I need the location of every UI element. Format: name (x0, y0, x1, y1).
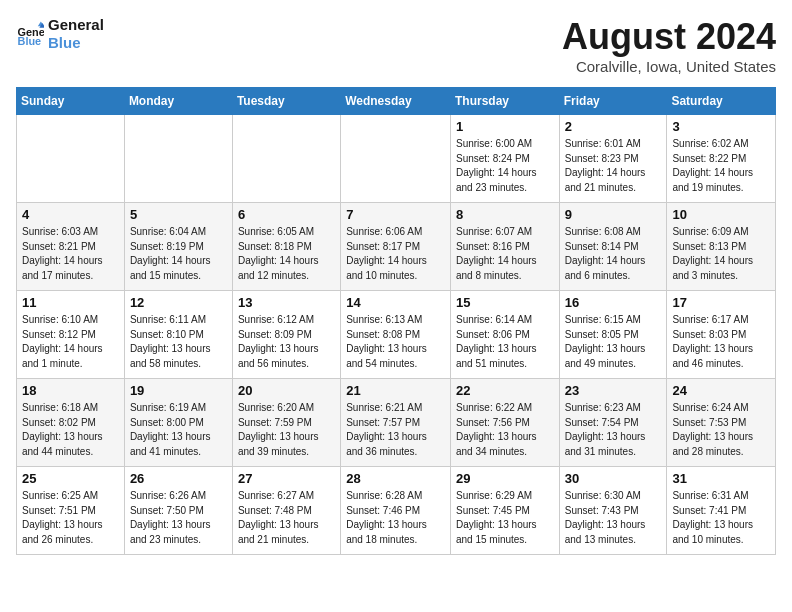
logo-icon: General Blue (16, 20, 44, 48)
day-number: 17 (672, 295, 770, 310)
calendar-cell: 11Sunrise: 6:10 AM Sunset: 8:12 PM Dayli… (17, 291, 125, 379)
title-section: August 2024 Coralville, Iowa, United Sta… (562, 16, 776, 75)
day-number: 22 (456, 383, 554, 398)
calendar-cell: 13Sunrise: 6:12 AM Sunset: 8:09 PM Dayli… (232, 291, 340, 379)
day-number: 24 (672, 383, 770, 398)
weekday-header: Thursday (450, 88, 559, 115)
calendar-cell: 8Sunrise: 6:07 AM Sunset: 8:16 PM Daylig… (450, 203, 559, 291)
calendar-cell: 29Sunrise: 6:29 AM Sunset: 7:45 PM Dayli… (450, 467, 559, 555)
day-number: 18 (22, 383, 119, 398)
day-number: 20 (238, 383, 335, 398)
day-number: 25 (22, 471, 119, 486)
calendar-cell: 18Sunrise: 6:18 AM Sunset: 8:02 PM Dayli… (17, 379, 125, 467)
calendar-cell: 16Sunrise: 6:15 AM Sunset: 8:05 PM Dayli… (559, 291, 667, 379)
calendar-cell: 27Sunrise: 6:27 AM Sunset: 7:48 PM Dayli… (232, 467, 340, 555)
day-number: 28 (346, 471, 445, 486)
day-info: Sunrise: 6:14 AM Sunset: 8:06 PM Dayligh… (456, 313, 554, 371)
calendar-cell: 20Sunrise: 6:20 AM Sunset: 7:59 PM Dayli… (232, 379, 340, 467)
day-info: Sunrise: 6:15 AM Sunset: 8:05 PM Dayligh… (565, 313, 662, 371)
day-number: 11 (22, 295, 119, 310)
day-number: 2 (565, 119, 662, 134)
day-info: Sunrise: 6:08 AM Sunset: 8:14 PM Dayligh… (565, 225, 662, 283)
day-info: Sunrise: 6:02 AM Sunset: 8:22 PM Dayligh… (672, 137, 770, 195)
day-number: 5 (130, 207, 227, 222)
calendar-cell: 7Sunrise: 6:06 AM Sunset: 8:17 PM Daylig… (341, 203, 451, 291)
day-info: Sunrise: 6:20 AM Sunset: 7:59 PM Dayligh… (238, 401, 335, 459)
calendar-week-row: 25Sunrise: 6:25 AM Sunset: 7:51 PM Dayli… (17, 467, 776, 555)
calendar-cell: 24Sunrise: 6:24 AM Sunset: 7:53 PM Dayli… (667, 379, 776, 467)
day-info: Sunrise: 6:12 AM Sunset: 8:09 PM Dayligh… (238, 313, 335, 371)
day-info: Sunrise: 6:05 AM Sunset: 8:18 PM Dayligh… (238, 225, 335, 283)
day-number: 16 (565, 295, 662, 310)
day-number: 12 (130, 295, 227, 310)
calendar-cell: 30Sunrise: 6:30 AM Sunset: 7:43 PM Dayli… (559, 467, 667, 555)
day-info: Sunrise: 6:25 AM Sunset: 7:51 PM Dayligh… (22, 489, 119, 547)
day-info: Sunrise: 6:28 AM Sunset: 7:46 PM Dayligh… (346, 489, 445, 547)
calendar-cell: 10Sunrise: 6:09 AM Sunset: 8:13 PM Dayli… (667, 203, 776, 291)
location: Coralville, Iowa, United States (562, 58, 776, 75)
calendar-cell (124, 115, 232, 203)
day-number: 9 (565, 207, 662, 222)
day-info: Sunrise: 6:22 AM Sunset: 7:56 PM Dayligh… (456, 401, 554, 459)
day-info: Sunrise: 6:24 AM Sunset: 7:53 PM Dayligh… (672, 401, 770, 459)
calendar-cell: 6Sunrise: 6:05 AM Sunset: 8:18 PM Daylig… (232, 203, 340, 291)
calendar-cell: 28Sunrise: 6:28 AM Sunset: 7:46 PM Dayli… (341, 467, 451, 555)
day-info: Sunrise: 6:23 AM Sunset: 7:54 PM Dayligh… (565, 401, 662, 459)
weekday-header: Friday (559, 88, 667, 115)
weekday-header: Tuesday (232, 88, 340, 115)
day-info: Sunrise: 6:10 AM Sunset: 8:12 PM Dayligh… (22, 313, 119, 371)
day-number: 13 (238, 295, 335, 310)
calendar-cell: 5Sunrise: 6:04 AM Sunset: 8:19 PM Daylig… (124, 203, 232, 291)
day-info: Sunrise: 6:04 AM Sunset: 8:19 PM Dayligh… (130, 225, 227, 283)
calendar-cell: 14Sunrise: 6:13 AM Sunset: 8:08 PM Dayli… (341, 291, 451, 379)
day-number: 19 (130, 383, 227, 398)
day-info: Sunrise: 6:30 AM Sunset: 7:43 PM Dayligh… (565, 489, 662, 547)
calendar-cell: 26Sunrise: 6:26 AM Sunset: 7:50 PM Dayli… (124, 467, 232, 555)
calendar-header-row: SundayMondayTuesdayWednesdayThursdayFrid… (17, 88, 776, 115)
calendar-cell: 17Sunrise: 6:17 AM Sunset: 8:03 PM Dayli… (667, 291, 776, 379)
calendar-cell: 1Sunrise: 6:00 AM Sunset: 8:24 PM Daylig… (450, 115, 559, 203)
calendar-cell: 9Sunrise: 6:08 AM Sunset: 8:14 PM Daylig… (559, 203, 667, 291)
day-info: Sunrise: 6:03 AM Sunset: 8:21 PM Dayligh… (22, 225, 119, 283)
day-number: 27 (238, 471, 335, 486)
day-info: Sunrise: 6:00 AM Sunset: 8:24 PM Dayligh… (456, 137, 554, 195)
calendar-week-row: 18Sunrise: 6:18 AM Sunset: 8:02 PM Dayli… (17, 379, 776, 467)
month-year: August 2024 (562, 16, 776, 58)
day-number: 6 (238, 207, 335, 222)
weekday-header: Sunday (17, 88, 125, 115)
calendar-cell: 25Sunrise: 6:25 AM Sunset: 7:51 PM Dayli… (17, 467, 125, 555)
weekday-header: Wednesday (341, 88, 451, 115)
logo: General Blue General Blue (16, 16, 104, 52)
calendar-cell (17, 115, 125, 203)
calendar-cell: 3Sunrise: 6:02 AM Sunset: 8:22 PM Daylig… (667, 115, 776, 203)
weekday-header: Saturday (667, 88, 776, 115)
calendar-cell: 23Sunrise: 6:23 AM Sunset: 7:54 PM Dayli… (559, 379, 667, 467)
day-number: 14 (346, 295, 445, 310)
day-info: Sunrise: 6:09 AM Sunset: 8:13 PM Dayligh… (672, 225, 770, 283)
day-number: 1 (456, 119, 554, 134)
weekday-header: Monday (124, 88, 232, 115)
calendar-cell: 31Sunrise: 6:31 AM Sunset: 7:41 PM Dayli… (667, 467, 776, 555)
day-info: Sunrise: 6:11 AM Sunset: 8:10 PM Dayligh… (130, 313, 227, 371)
day-number: 4 (22, 207, 119, 222)
day-info: Sunrise: 6:18 AM Sunset: 8:02 PM Dayligh… (22, 401, 119, 459)
day-number: 30 (565, 471, 662, 486)
day-number: 8 (456, 207, 554, 222)
day-info: Sunrise: 6:21 AM Sunset: 7:57 PM Dayligh… (346, 401, 445, 459)
calendar-week-row: 4Sunrise: 6:03 AM Sunset: 8:21 PM Daylig… (17, 203, 776, 291)
logo-line1: General (48, 16, 104, 34)
day-number: 10 (672, 207, 770, 222)
day-info: Sunrise: 6:26 AM Sunset: 7:50 PM Dayligh… (130, 489, 227, 547)
day-number: 21 (346, 383, 445, 398)
logo-line2: Blue (48, 34, 104, 52)
calendar-cell: 4Sunrise: 6:03 AM Sunset: 8:21 PM Daylig… (17, 203, 125, 291)
day-number: 31 (672, 471, 770, 486)
day-info: Sunrise: 6:19 AM Sunset: 8:00 PM Dayligh… (130, 401, 227, 459)
day-info: Sunrise: 6:07 AM Sunset: 8:16 PM Dayligh… (456, 225, 554, 283)
day-number: 26 (130, 471, 227, 486)
calendar-cell (341, 115, 451, 203)
day-info: Sunrise: 6:17 AM Sunset: 8:03 PM Dayligh… (672, 313, 770, 371)
calendar-week-row: 1Sunrise: 6:00 AM Sunset: 8:24 PM Daylig… (17, 115, 776, 203)
day-number: 3 (672, 119, 770, 134)
day-number: 23 (565, 383, 662, 398)
